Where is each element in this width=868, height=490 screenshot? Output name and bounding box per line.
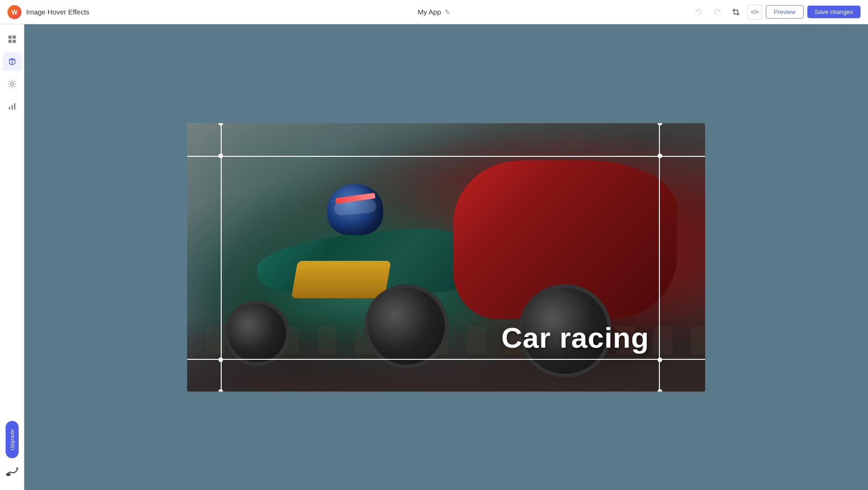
preview-label: Preview	[774, 8, 795, 15]
image-container[interactable]: Car racing	[187, 123, 705, 392]
driver-helmet	[327, 184, 383, 235]
svg-rect-13	[14, 103, 15, 110]
topbar: W Image Hover Effects My App ✎ <	[0, 0, 868, 24]
preview-button[interactable]: Preview	[766, 5, 803, 19]
sidebar-item-settings[interactable]	[3, 75, 21, 93]
topbar-center: My App ✎	[418, 8, 450, 16]
code-button[interactable]: </>	[747, 5, 762, 20]
sidebar-item-add[interactable]	[3, 52, 21, 71]
racing-image: Car racing	[187, 123, 705, 392]
svg-rect-6	[8, 40, 12, 43]
bird-icon[interactable]	[3, 462, 21, 481]
wheel-front-right	[224, 301, 290, 366]
redo-button[interactable]	[710, 5, 725, 20]
svg-rect-12	[11, 105, 13, 110]
car-racing-text: Car racing	[501, 321, 649, 354]
upgrade-button[interactable]: Upgrade	[6, 421, 19, 458]
svg-rect-11	[9, 107, 10, 110]
code-icon: </>	[751, 9, 759, 15]
svg-rect-4	[8, 35, 12, 39]
sidebar-item-pages[interactable]	[3, 30, 21, 49]
app-name-label: My App	[418, 8, 441, 16]
edit-app-name-icon[interactable]: ✎	[445, 8, 450, 16]
sidebar: Upgrade	[0, 24, 24, 490]
sidebar-bottom: Upgrade	[3, 421, 21, 484]
svg-rect-5	[13, 35, 16, 39]
save-changes-button[interactable]: Save changes	[807, 6, 861, 18]
sidebar-item-analytics[interactable]	[3, 97, 21, 116]
undo-button[interactable]	[691, 5, 706, 20]
topbar-right: </> Preview Save changes	[691, 5, 861, 20]
wheel-front-left	[364, 284, 448, 368]
svg-point-10	[11, 83, 14, 85]
upgrade-label: Upgrade	[9, 429, 15, 450]
logo-letter: W	[11, 8, 17, 16]
crop-button[interactable]	[728, 5, 743, 20]
canvas-area[interactable]: Car racing	[24, 24, 868, 490]
app-title: Image Hover Effects	[26, 8, 90, 16]
save-label: Save changes	[815, 8, 853, 15]
svg-point-15	[7, 473, 10, 475]
main-layout: Upgrade	[0, 24, 868, 490]
topbar-left: W Image Hover Effects	[7, 5, 90, 19]
app-logo: W	[7, 5, 21, 19]
svg-rect-7	[13, 40, 16, 43]
